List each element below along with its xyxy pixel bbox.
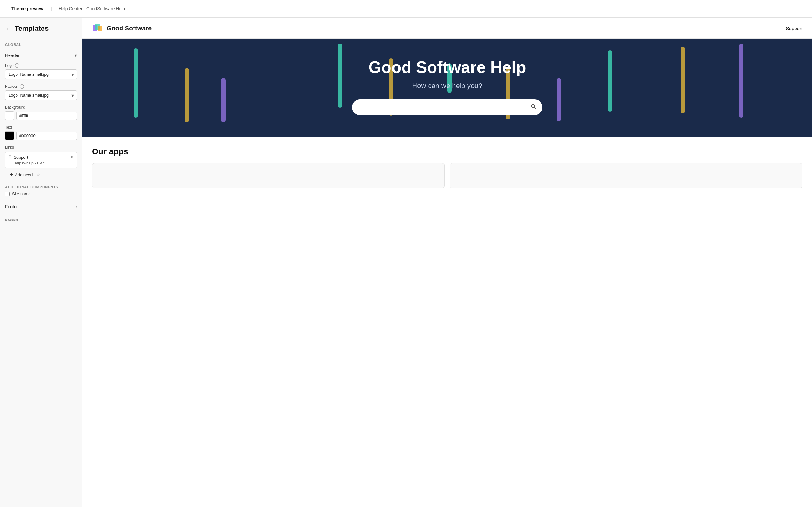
favicon-select[interactable]: Logo+Name small.jpg [5, 90, 77, 100]
plus-icon: + [10, 172, 13, 177]
sidebar: ← Templates GLOBAL Header ▾ Logo i Logo+… [0, 18, 83, 507]
link-item-1: ⠿ × [5, 152, 77, 168]
main-layout: ← Templates GLOBAL Header ▾ Logo i Logo+… [0, 18, 812, 507]
top-bar: Theme preview | Help Center - GoodSoftwa… [0, 0, 812, 18]
tab-separator: | [51, 6, 52, 11]
search-icon[interactable] [530, 103, 537, 111]
header-label: Header [5, 53, 20, 58]
header-item[interactable]: Header ▾ [0, 49, 82, 61]
link-name-input-1[interactable] [14, 155, 69, 160]
site-name-checkbox-row: Site name [5, 191, 77, 196]
our-apps-title: Our apps [92, 147, 803, 157]
text-label: Text [5, 125, 77, 130]
app-card-2 [450, 163, 803, 188]
additional-label: Additional components [5, 185, 77, 189]
search-input[interactable] [358, 105, 530, 110]
hero-title: Good Software Help [89, 58, 806, 77]
app-card-1 [92, 163, 445, 188]
logo-field: Logo i Logo+Name small.jpg [0, 61, 82, 82]
text-color-swatch[interactable] [5, 131, 14, 140]
logo-info-icon[interactable]: i [15, 63, 19, 68]
logo-field-label: Logo i [5, 63, 77, 68]
text-field: Text [0, 123, 82, 143]
background-color-swatch[interactable] [5, 111, 14, 120]
sidebar-header: ← Templates [0, 18, 82, 38]
chevron-down-icon: ▾ [74, 52, 77, 58]
favicon-info-icon[interactable]: i [20, 84, 24, 89]
logo-icon [92, 22, 103, 34]
close-icon-1[interactable]: × [71, 155, 73, 160]
drag-handle-icon[interactable]: ⠿ [9, 155, 12, 160]
logo-select[interactable]: Logo+Name small.jpg [5, 69, 77, 79]
hero-subtitle: How can we help you? [89, 82, 806, 90]
background-label: Background [5, 105, 77, 110]
tab-help-center[interactable]: Help Center - GoodSoftware Help [54, 3, 130, 14]
link-url-input-1[interactable] [9, 161, 73, 165]
text-color-row [5, 131, 77, 140]
add-link-label: Add new Link [15, 172, 40, 177]
footer-label: Footer [5, 204, 18, 209]
sidebar-title: Templates [14, 24, 49, 33]
site-name-checkbox[interactable] [5, 192, 9, 196]
svg-line-4 [535, 107, 536, 109]
site-name: Good Software [107, 25, 152, 32]
search-bar [352, 100, 542, 115]
favicon-field-label: Favicon i [5, 84, 77, 89]
links-section: Links ⠿ × + Add new Link [0, 143, 82, 182]
favicon-field: Favicon i Logo+Name small.jpg [0, 82, 82, 103]
text-color-input[interactable] [16, 131, 77, 140]
links-label: Links [5, 145, 77, 150]
footer-item[interactable]: Footer › [0, 200, 82, 213]
tab-theme-preview[interactable]: Theme preview [6, 3, 49, 14]
add-link-button[interactable]: + Add new Link [10, 170, 72, 179]
link-item-1-row: ⠿ × [9, 155, 73, 160]
cards-row [92, 163, 803, 188]
site-logo: Good Software [92, 22, 152, 34]
chevron-right-icon: › [75, 204, 77, 210]
global-section-label: GLOBAL [0, 38, 82, 49]
back-arrow-icon[interactable]: ← [5, 25, 11, 32]
pages-section: PAGES [0, 213, 82, 223]
background-color-input[interactable] [16, 112, 77, 120]
additional-components-section: Additional components Site name [0, 182, 82, 199]
support-link[interactable]: Support [786, 26, 803, 31]
logo-select-wrapper[interactable]: Logo+Name small.jpg [5, 69, 77, 79]
hero-section: Good Software Help How can we help you? [83, 39, 812, 137]
preview-site-header: Good Software Support [83, 18, 812, 39]
site-name-checkbox-label[interactable]: Site name [12, 191, 31, 196]
favicon-select-wrapper[interactable]: Logo+Name small.jpg [5, 90, 77, 100]
pages-label: PAGES [5, 218, 77, 222]
background-color-row [5, 111, 77, 120]
background-field: Background [0, 103, 82, 123]
content-section: Our apps [83, 137, 812, 194]
preview-pane: Good Software Support Good Software Help… [83, 18, 812, 507]
svg-rect-2 [98, 26, 102, 32]
